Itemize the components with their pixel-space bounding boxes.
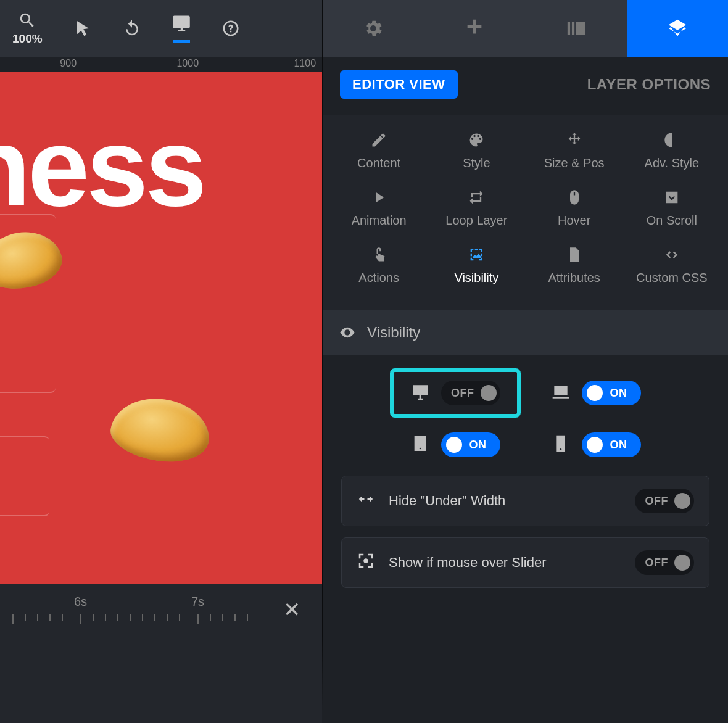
visibility-desktop-toggle[interactable]: OFF bbox=[441, 381, 500, 405]
gear-icon bbox=[363, 18, 384, 39]
slides-icon bbox=[566, 18, 587, 39]
visibility-phone: ON bbox=[534, 432, 658, 457]
show-on-hover-label: Show if mouse over Slider bbox=[389, 555, 547, 571]
tab-custom-css[interactable]: Custom CSS bbox=[623, 246, 721, 285]
visibility-laptop: ON bbox=[534, 372, 658, 414]
play-icon bbox=[370, 189, 387, 206]
tab-size-pos[interactable]: Size & Pos bbox=[526, 131, 623, 170]
palette-icon bbox=[468, 131, 485, 149]
tab-adv-style[interactable]: Adv. Style bbox=[623, 131, 721, 170]
show-on-hover-toggle[interactable]: OFF bbox=[635, 550, 694, 575]
cursor-tool[interactable] bbox=[73, 19, 92, 38]
horizontal-ruler: 900 1000 1100 bbox=[0, 57, 322, 72]
undo-tool[interactable] bbox=[123, 19, 141, 38]
move-icon bbox=[566, 131, 583, 149]
slide-canvas[interactable]: ness bbox=[0, 72, 322, 584]
tab-onscroll[interactable]: On Scroll bbox=[623, 189, 721, 228]
dpad-icon bbox=[464, 18, 485, 39]
canvas-toolbar: 100% bbox=[0, 0, 322, 57]
visibility-tablet-toggle[interactable]: ON bbox=[441, 432, 500, 457]
visibility-laptop-toggle[interactable]: ON bbox=[582, 381, 641, 405]
ruler-mark: 1100 bbox=[294, 58, 316, 69]
tab-actions[interactable]: Actions bbox=[330, 246, 428, 285]
tab-content[interactable]: Content bbox=[330, 131, 428, 170]
tab-label: Hover bbox=[558, 213, 590, 228]
inspector-header: EDITOR VIEW LAYER OPTIONS bbox=[323, 57, 728, 115]
layer-tabs-grid: Content Style Size & Pos Adv. Style Anim… bbox=[323, 115, 728, 310]
tab-visibility[interactable]: Visibility bbox=[428, 246, 525, 285]
ruler-mark: 900 bbox=[60, 58, 77, 69]
loop-icon bbox=[468, 189, 485, 206]
layers-icon bbox=[667, 18, 688, 39]
close-timeline-button[interactable]: ✕ bbox=[283, 597, 300, 622]
layers-tab-button[interactable] bbox=[627, 0, 728, 57]
width-icon bbox=[357, 490, 375, 512]
tab-label: Adv. Style bbox=[645, 156, 700, 170]
help-tool[interactable] bbox=[221, 19, 240, 38]
image-chip[interactable] bbox=[0, 226, 66, 294]
image-dashed-icon bbox=[468, 246, 485, 263]
cursor-icon bbox=[73, 19, 92, 38]
tab-label: On Scroll bbox=[647, 213, 697, 228]
tab-label: Visibility bbox=[454, 271, 498, 285]
hide-under-width-label: Hide "Under" Width bbox=[389, 493, 505, 509]
editor-view-button[interactable]: EDITOR VIEW bbox=[340, 70, 458, 99]
tab-label: Actions bbox=[358, 271, 399, 285]
device-tool[interactable] bbox=[172, 14, 191, 43]
navigation-tab-button[interactable] bbox=[424, 0, 525, 57]
eye-icon bbox=[339, 324, 356, 341]
inspector-tabs-top bbox=[323, 0, 728, 57]
focus-icon bbox=[357, 552, 375, 574]
inspector-panel: EDITOR VIEW LAYER OPTIONS Content Style … bbox=[322, 0, 728, 723]
timeline-mark: 6s bbox=[74, 595, 87, 609]
touch-icon bbox=[370, 246, 387, 263]
phone-icon bbox=[551, 434, 571, 456]
desktop-icon bbox=[410, 382, 430, 404]
tab-loop[interactable]: Loop Layer bbox=[428, 189, 525, 228]
mouse-icon bbox=[566, 189, 583, 206]
visibility-phone-toggle[interactable]: ON bbox=[582, 432, 641, 457]
visibility-desktop: OFF bbox=[394, 372, 517, 414]
tab-label: Content bbox=[357, 156, 400, 170]
tab-animation[interactable]: Animation bbox=[330, 189, 428, 228]
download-icon bbox=[663, 189, 680, 206]
section-title: Visibility bbox=[367, 324, 420, 341]
timeline[interactable]: 6s 7s ✕ bbox=[0, 584, 322, 723]
tab-hover[interactable]: Hover bbox=[526, 189, 623, 228]
zoom-tool[interactable]: 100% bbox=[12, 11, 43, 46]
hide-under-width-row: Hide "Under" Width OFF bbox=[341, 476, 709, 526]
settings-tab-button[interactable] bbox=[323, 0, 424, 57]
code-icon bbox=[663, 246, 680, 263]
layer-options-title: LAYER OPTIONS bbox=[587, 76, 711, 93]
tab-style[interactable]: Style bbox=[428, 131, 525, 170]
tab-label: Size & Pos bbox=[544, 156, 605, 170]
visibility-tablet: ON bbox=[394, 432, 517, 457]
timeline-ticks bbox=[0, 614, 322, 627]
tablet-icon bbox=[410, 434, 430, 456]
canvas-panel: 100% 900 1000 1100 ness bbox=[0, 0, 322, 723]
contrast-icon bbox=[663, 131, 680, 149]
tab-label: Attributes bbox=[548, 271, 600, 285]
tab-label: Loop Layer bbox=[445, 213, 507, 228]
pencil-icon bbox=[370, 131, 387, 149]
timeline-mark: 7s bbox=[191, 595, 204, 609]
zoom-level: 100% bbox=[12, 32, 43, 46]
show-on-hover-row: Show if mouse over Slider OFF bbox=[341, 537, 709, 588]
ruler-mark: 1000 bbox=[176, 58, 199, 69]
slides-tab-button[interactable] bbox=[526, 0, 627, 57]
image-chip[interactable] bbox=[107, 392, 213, 467]
file-icon bbox=[566, 246, 583, 263]
tab-label: Custom CSS bbox=[636, 271, 708, 285]
layer-outline bbox=[0, 436, 49, 516]
slide-headline: ness bbox=[0, 103, 204, 231]
section-visibility-header[interactable]: Visibility bbox=[323, 310, 728, 355]
magnifier-icon bbox=[18, 11, 36, 30]
tab-label: Style bbox=[463, 156, 490, 170]
hide-under-width-toggle[interactable]: OFF bbox=[635, 489, 694, 513]
device-indicator bbox=[173, 40, 190, 43]
tab-attributes[interactable]: Attributes bbox=[526, 246, 623, 285]
laptop-icon bbox=[551, 382, 571, 404]
desktop-icon bbox=[172, 14, 191, 33]
undo-icon bbox=[123, 19, 141, 38]
help-icon bbox=[221, 19, 240, 38]
